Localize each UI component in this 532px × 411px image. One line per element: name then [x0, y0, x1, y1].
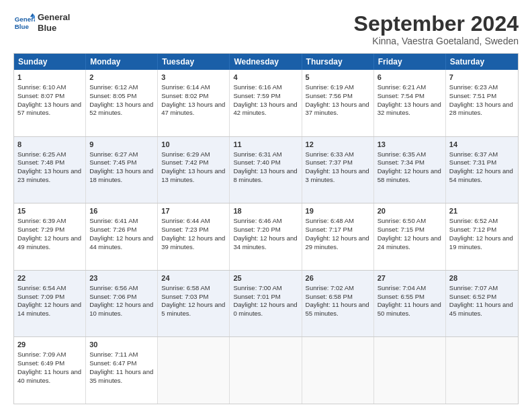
sunset-text: Sunset: 7:48 PM	[17, 158, 82, 167]
day-number: 11	[233, 140, 298, 150]
sunset-text: Sunset: 6:52 PM	[449, 293, 515, 302]
day-number: 12	[306, 140, 370, 150]
header-thursday: Thursday	[302, 54, 374, 70]
calendar-cell: 24Sunrise: 6:58 AMSunset: 7:03 PMDayligh…	[158, 271, 230, 337]
daylight-text: Daylight: 13 hours and 23 minutes.	[17, 167, 82, 185]
day-number: 19	[306, 206, 370, 216]
daylight-text: Daylight: 12 hours and 39 minutes.	[161, 234, 226, 252]
sunrise-text: Sunrise: 6:37 AM	[449, 150, 515, 159]
sunrise-text: Sunrise: 7:00 AM	[233, 284, 298, 293]
day-number: 28	[449, 273, 515, 283]
daylight-text: Daylight: 13 hours and 8 minutes.	[233, 167, 298, 185]
day-number: 13	[378, 140, 442, 150]
sunset-text: Sunset: 7:56 PM	[306, 92, 370, 101]
daylight-text: Daylight: 12 hours and 44 minutes.	[89, 234, 154, 252]
day-number: 26	[306, 273, 370, 283]
day-number: 24	[161, 273, 226, 283]
daylight-text: Daylight: 11 hours and 40 minutes.	[17, 368, 82, 385]
daylight-text: Daylight: 13 hours and 42 minutes.	[233, 101, 298, 118]
calendar-cell: 4Sunrise: 6:16 AMSunset: 7:59 PMDaylight…	[230, 70, 302, 136]
header-sunday: Sunday	[14, 54, 86, 70]
sunset-text: Sunset: 7:45 PM	[89, 158, 154, 167]
sunrise-text: Sunrise: 6:27 AM	[89, 150, 154, 159]
sunrise-text: Sunrise: 6:21 AM	[378, 83, 442, 92]
day-number: 25	[233, 273, 298, 283]
day-number: 4	[233, 73, 298, 83]
calendar-cell: 12Sunrise: 6:33 AMSunset: 7:37 PMDayligh…	[302, 137, 374, 203]
day-number: 17	[161, 206, 226, 216]
header-friday: Friday	[374, 54, 446, 70]
daylight-text: Daylight: 13 hours and 3 minutes.	[306, 167, 370, 185]
calendar-cell: 13Sunrise: 6:35 AMSunset: 7:34 PMDayligh…	[374, 137, 446, 203]
day-number: 8	[17, 140, 82, 150]
calendar-cell: 23Sunrise: 6:56 AMSunset: 7:06 PMDayligh…	[86, 271, 158, 337]
daylight-text: Daylight: 12 hours and 19 minutes.	[449, 234, 515, 252]
sunrise-text: Sunrise: 6:58 AM	[161, 284, 226, 293]
sunrise-text: Sunrise: 6:29 AM	[161, 150, 226, 159]
calendar-cell: 11Sunrise: 6:31 AMSunset: 7:40 PMDayligh…	[230, 137, 302, 203]
header-monday: Monday	[86, 54, 158, 70]
daylight-text: Daylight: 12 hours and 14 minutes.	[17, 301, 82, 318]
sunset-text: Sunset: 7:17 PM	[306, 226, 370, 234]
sunset-text: Sunset: 6:49 PM	[17, 359, 82, 368]
daylight-text: Daylight: 11 hours and 55 minutes.	[306, 301, 370, 318]
calendar-cell: 3Sunrise: 6:14 AMSunset: 8:02 PMDaylight…	[158, 70, 230, 136]
sunrise-text: Sunrise: 7:07 AM	[449, 284, 515, 293]
calendar-cell: 19Sunrise: 6:48 AMSunset: 7:17 PMDayligh…	[302, 203, 374, 270]
sunset-text: Sunset: 7:31 PM	[449, 158, 515, 167]
logo: General Blue General Blue	[13, 12, 70, 34]
sunrise-text: Sunrise: 6:25 AM	[17, 150, 82, 159]
calendar-row: 22Sunrise: 6:54 AMSunset: 7:09 PMDayligh…	[14, 270, 518, 337]
sunset-text: Sunset: 7:15 PM	[378, 226, 442, 234]
daylight-text: Daylight: 11 hours and 35 minutes.	[89, 368, 154, 385]
sunset-text: Sunset: 8:02 PM	[161, 92, 226, 101]
daylight-text: Daylight: 12 hours and 10 minutes.	[89, 301, 154, 318]
title-block: September 2024 Kinna, Vaestra Goetaland,…	[354, 12, 519, 46]
calendar-cell: 5Sunrise: 6:19 AMSunset: 7:56 PMDaylight…	[302, 70, 374, 136]
sunrise-text: Sunrise: 7:11 AM	[89, 351, 154, 359]
sunset-text: Sunset: 7:26 PM	[89, 226, 154, 234]
daylight-text: Daylight: 13 hours and 32 minutes.	[378, 101, 442, 118]
day-number: 9	[89, 140, 154, 150]
daylight-text: Daylight: 12 hours and 49 minutes.	[17, 234, 82, 252]
calendar-cell: 16Sunrise: 6:41 AMSunset: 7:26 PMDayligh…	[86, 203, 158, 270]
calendar-cell: 14Sunrise: 6:37 AMSunset: 7:31 PMDayligh…	[446, 137, 518, 203]
sunrise-text: Sunrise: 6:46 AM	[233, 217, 298, 226]
daylight-text: Daylight: 13 hours and 37 minutes.	[306, 101, 370, 118]
sunrise-text: Sunrise: 6:39 AM	[17, 217, 82, 226]
sunset-text: Sunset: 7:12 PM	[449, 226, 515, 234]
day-number: 5	[306, 73, 370, 83]
daylight-text: Daylight: 13 hours and 13 minutes.	[161, 167, 226, 185]
sunrise-text: Sunrise: 6:48 AM	[306, 217, 370, 226]
subtitle: Kinna, Vaestra Goetaland, Sweden	[354, 36, 519, 46]
svg-text:Blue: Blue	[15, 23, 30, 30]
calendar-row: 8Sunrise: 6:25 AMSunset: 7:48 PMDaylight…	[14, 136, 518, 203]
calendar-cell: 28Sunrise: 7:07 AMSunset: 6:52 PMDayligh…	[446, 271, 518, 337]
day-number: 14	[449, 140, 515, 150]
day-number: 23	[89, 273, 154, 283]
calendar-cell	[446, 337, 518, 404]
sunset-text: Sunset: 7:34 PM	[378, 158, 442, 167]
sunrise-text: Sunrise: 7:02 AM	[306, 284, 370, 293]
daylight-text: Daylight: 11 hours and 50 minutes.	[378, 301, 442, 318]
sunrise-text: Sunrise: 6:14 AM	[161, 83, 226, 92]
sunrise-text: Sunrise: 6:16 AM	[233, 83, 298, 92]
day-number: 16	[89, 206, 154, 216]
sunset-text: Sunset: 7:09 PM	[17, 293, 82, 302]
calendar: Sunday Monday Tuesday Wednesday Thursday…	[13, 53, 519, 404]
calendar-cell: 29Sunrise: 7:09 AMSunset: 6:49 PMDayligh…	[14, 337, 86, 404]
sunset-text: Sunset: 6:55 PM	[378, 293, 442, 302]
sunrise-text: Sunrise: 6:56 AM	[89, 284, 154, 293]
calendar-cell: 30Sunrise: 7:11 AMSunset: 6:47 PMDayligh…	[86, 337, 158, 404]
calendar-cell	[158, 337, 230, 404]
sunset-text: Sunset: 7:54 PM	[378, 92, 442, 101]
sunrise-text: Sunrise: 6:54 AM	[17, 284, 82, 293]
day-number: 3	[161, 73, 226, 83]
calendar-cell: 17Sunrise: 6:44 AMSunset: 7:23 PMDayligh…	[158, 203, 230, 270]
sunset-text: Sunset: 7:03 PM	[161, 293, 226, 302]
day-number: 7	[449, 73, 515, 83]
daylight-text: Daylight: 12 hours and 54 minutes.	[449, 167, 515, 185]
sunrise-text: Sunrise: 7:09 AM	[17, 351, 82, 359]
sunset-text: Sunset: 7:40 PM	[233, 158, 298, 167]
calendar-cell: 27Sunrise: 7:04 AMSunset: 6:55 PMDayligh…	[374, 271, 446, 337]
